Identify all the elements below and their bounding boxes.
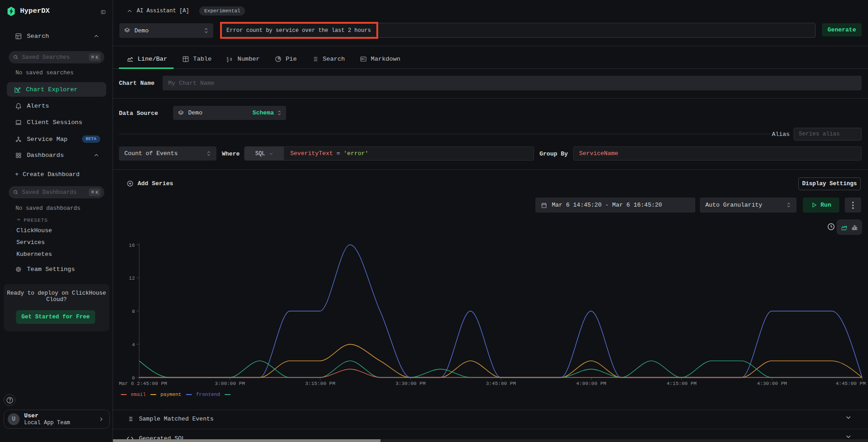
svg-text:Mar 6 2:45:00 PM: Mar 6 2:45:00 PM	[119, 381, 167, 386]
svg-text:3:00:00 PM: 3:00:00 PM	[215, 381, 245, 386]
svg-text:16: 16	[129, 243, 135, 248]
svg-text:3: 3	[230, 57, 232, 62]
svg-text:4:00:00 PM: 4:00:00 PM	[576, 381, 606, 386]
svg-text:3:45:00 PM: 3:45:00 PM	[486, 381, 516, 386]
svg-text:12: 12	[129, 276, 135, 281]
svg-text:8: 8	[132, 309, 135, 314]
svg-text:0: 0	[132, 375, 135, 381]
svg-text:3:15:00 PM: 3:15:00 PM	[305, 381, 335, 386]
svg-text:4:15:00 PM: 4:15:00 PM	[667, 381, 697, 386]
svg-text:2: 2	[227, 59, 229, 62]
svg-text:3:30:00 PM: 3:30:00 PM	[395, 381, 426, 386]
svg-text:4: 4	[132, 342, 135, 348]
svg-text:4:30:00 PM: 4:30:00 PM	[757, 381, 787, 386]
svg-text:4:45:00 PM: 4:45:00 PM	[836, 381, 866, 386]
